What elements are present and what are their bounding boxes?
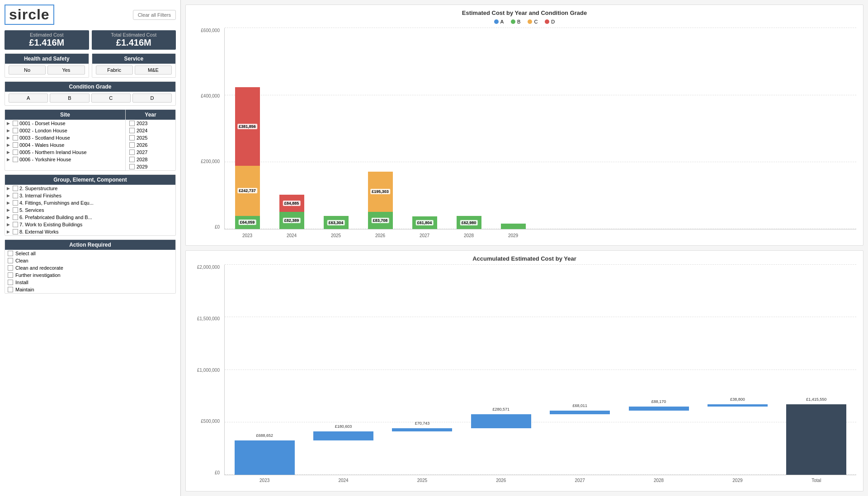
action-item[interactable]: Maintain (5, 286, 175, 293)
group-item[interactable]: ▶8. External Works (5, 228, 175, 235)
stacked-bar (501, 224, 526, 229)
group-item[interactable]: ▶5. Services (5, 206, 175, 214)
action-item-label: Select all (15, 251, 36, 256)
chart2-title: Accumulated Estimated Cost by Year (193, 255, 856, 262)
total-estimated-cost-label: Total Estimated Cost (94, 32, 174, 37)
site-item[interactable]: ▶0005 - Northern Ireland House (5, 149, 125, 156)
action-item[interactable]: Install (5, 279, 175, 286)
x-axis-label: 2029 (508, 233, 518, 238)
site-item[interactable]: ▶0002 - London House (5, 127, 125, 134)
wf-value-label: £280,571 (493, 407, 510, 412)
group-checkbox[interactable] (13, 229, 18, 234)
year-checkbox[interactable] (129, 128, 135, 133)
action-checkbox[interactable] (8, 287, 13, 292)
legend-dot (545, 19, 549, 24)
year-item[interactable]: 2025 (126, 134, 175, 141)
service-fabric-button[interactable]: Fabric (96, 66, 133, 75)
y-axis-label: £500,000 (201, 419, 220, 424)
action-item-label: Install (15, 280, 28, 285)
site-item[interactable]: ▶0006 - Yorkshire House (5, 156, 125, 163)
year-checkbox[interactable] (129, 164, 135, 169)
site-checkbox[interactable] (13, 157, 18, 162)
group-checkbox[interactable] (13, 215, 18, 220)
year-item[interactable]: 2024 (126, 127, 175, 134)
chart1-title: Estimated Cost by Year and Condition Gra… (193, 9, 856, 16)
expand-arrow: ▶ (7, 150, 11, 154)
bar-group: £82,389£84,8852024 (274, 195, 310, 229)
year-list: 2023202420252026202720282029 (126, 120, 175, 170)
action-checkbox[interactable] (8, 258, 13, 263)
group-checkbox[interactable] (13, 200, 18, 206)
site-item[interactable]: ▶0003 - Scotland House (5, 134, 125, 141)
expand-arrow: ▶ (7, 222, 11, 227)
group-item-label: 4. Fittings, Furnishings and Equ... (19, 200, 94, 206)
year-item[interactable]: 2029 (126, 163, 175, 170)
site-column: Site ▶0001 - Dorset House▶0002 - London … (5, 110, 126, 170)
chart2-container: Accumulated Estimated Cost by Year £2,00… (185, 250, 863, 491)
group-checkbox[interactable] (13, 207, 18, 213)
health-safety-options: No Yes (5, 64, 89, 77)
site-item-label: 0003 - Scotland House (19, 135, 70, 140)
group-item[interactable]: ▶4. Fittings, Furnishings and Equ... (5, 199, 175, 206)
action-item[interactable]: Further investigation (5, 271, 175, 279)
year-item[interactable]: 2027 (126, 149, 175, 156)
estimated-cost-label: Estimated Cost (7, 32, 86, 37)
site-checkbox[interactable] (13, 128, 18, 133)
grade-d-button[interactable]: D (132, 94, 172, 103)
site-item-label: 0002 - London House (19, 128, 67, 133)
group-item-label: 8. External Works (19, 229, 59, 234)
group-item[interactable]: ▶7. Work to Existing Buildings (5, 221, 175, 228)
action-item[interactable]: Clean (5, 257, 175, 264)
bar-segment: £381,856 (235, 87, 260, 166)
hs-no-button[interactable]: No (9, 66, 46, 75)
group-item[interactable]: ▶6. Prefabricated Building and B... (5, 214, 175, 221)
site-checkbox[interactable] (13, 150, 18, 155)
legend-item: B (511, 19, 520, 24)
year-item[interactable]: 2026 (126, 141, 175, 149)
year-checkbox[interactable] (129, 135, 135, 140)
action-checkbox[interactable] (8, 272, 13, 278)
group-checkbox[interactable] (13, 193, 18, 198)
year-checkbox[interactable] (129, 142, 135, 148)
group-item[interactable]: ▶2. Superstructure (5, 185, 175, 192)
hs-yes-button[interactable]: Yes (47, 66, 85, 75)
clear-filters-button[interactable]: Clear all Filters (133, 10, 176, 20)
action-checkbox[interactable] (8, 251, 13, 256)
site-header: Site (5, 110, 125, 120)
wf-bar: £70,743 (392, 428, 452, 432)
year-item[interactable]: 2023 (126, 120, 175, 127)
year-item[interactable]: 2028 (126, 156, 175, 163)
site-checkbox[interactable] (13, 142, 18, 148)
group-item[interactable]: ▶3. Internal Finishes (5, 192, 175, 199)
wf-value-label: £68,011 (572, 403, 587, 408)
year-checkbox[interactable] (129, 150, 135, 155)
action-item[interactable]: Select all (5, 250, 175, 257)
site-item[interactable]: ▶0001 - Dorset House (5, 120, 125, 127)
site-checkbox[interactable] (13, 135, 18, 140)
wf-x-label: 2028 (654, 478, 664, 483)
wf-value-label: £88,170 (651, 399, 666, 404)
group-checkbox[interactable] (13, 186, 18, 191)
bar-segment: £63,304 (324, 216, 349, 229)
group-checkbox[interactable] (13, 222, 18, 227)
grade-c-button[interactable]: C (91, 94, 131, 103)
site-item[interactable]: ▶0004 - Wales House (5, 141, 125, 149)
service-mande-button[interactable]: M&E (135, 66, 172, 75)
estimated-cost-value: £1.416M (7, 37, 86, 48)
action-checkbox[interactable] (8, 280, 13, 285)
action-item[interactable]: Clean and redecorate (5, 264, 175, 271)
action-checkbox[interactable] (8, 265, 13, 271)
y-axis-label: £0 (215, 470, 220, 475)
logo: sircle (5, 5, 54, 25)
year-checkbox[interactable] (129, 121, 135, 126)
grade-b-button[interactable]: B (50, 94, 89, 103)
site-checkbox[interactable] (13, 121, 18, 126)
year-label: 2028 (137, 157, 147, 162)
site-item-label: 0005 - Northern Ireland House (19, 150, 87, 155)
legend-label: C (534, 19, 538, 24)
stacked-bar: £83,708£195,303 (368, 172, 393, 229)
year-checkbox[interactable] (129, 157, 135, 162)
health-safety-filter: Health and Safety No Yes (5, 53, 89, 78)
site-item-label: 0001 - Dorset House (19, 121, 66, 126)
grade-a-button[interactable]: A (9, 94, 48, 103)
